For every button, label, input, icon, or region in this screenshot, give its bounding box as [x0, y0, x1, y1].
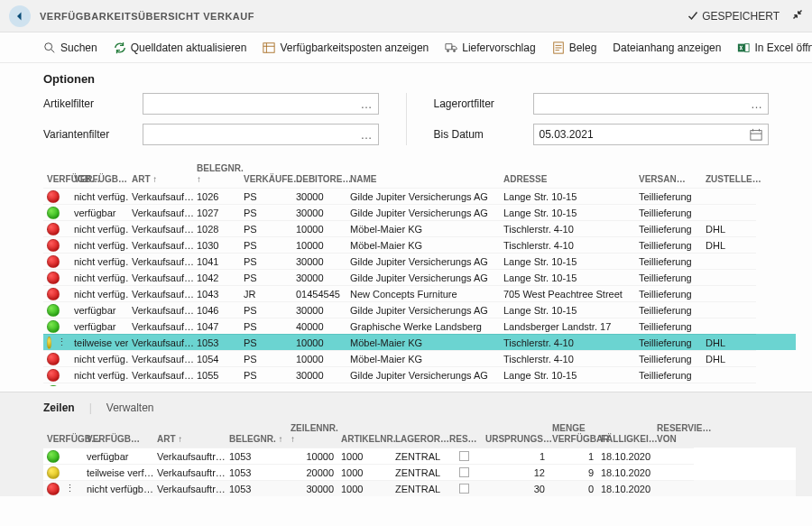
cell-verf: verfügbar	[70, 204, 128, 220]
cell-adr: Landsberger Landstr. 17	[500, 318, 635, 334]
col-versand[interactable]: VERSAN…	[635, 174, 702, 185]
table-row[interactable]: nicht verfüg…Verkaufsauf…1043JR01454545N…	[43, 285, 796, 301]
status-dot-icon	[47, 190, 60, 203]
cell-ver: Teillieferung	[635, 269, 702, 285]
zcell-rv	[653, 464, 694, 480]
cell-beleg: 1026	[193, 188, 240, 204]
artikelfilter-label: Artikelfilter	[43, 97, 134, 110]
refresh-source-action[interactable]: Quelldaten aktualisieren	[114, 42, 247, 54]
zeilen-row[interactable]: teilweise verf…Verkaufsauftr…10532000010…	[43, 464, 796, 480]
zeilen-tab[interactable]: Zeilen	[43, 401, 75, 414]
cell-art: Verkaufsauf…	[128, 220, 193, 236]
cell-adr: Lange Str. 10-15	[500, 269, 635, 285]
cell-deb: 01454545	[292, 285, 346, 301]
main-grid-header: VERFÜGB… VERFÜGB… ART ↑ BELEGNR. ↑ VERKÄ…	[43, 160, 796, 188]
show-avail-entries-action[interactable]: Verfügbarkeitsposten anzeigen	[263, 42, 429, 54]
zcol-reservie[interactable]: RESERVIE… VON	[653, 423, 694, 444]
table-row[interactable]: verfügbarVerkaufsauf…1046PS30000Gilde Ju…	[43, 301, 796, 318]
cell-vk: PS	[240, 366, 292, 383]
artikelfilter-input[interactable]: …	[143, 93, 379, 115]
zcell-rv	[653, 480, 694, 496]
attachment-action[interactable]: Dateianhang anzeigen	[613, 42, 721, 54]
zcol-faellig[interactable]: FÄLLIGKEI…	[597, 434, 653, 445]
table-row[interactable]: nicht verfüg…Verkaufsauf…1026PS30000Gild…	[43, 188, 796, 204]
col-art[interactable]: ART ↑	[128, 174, 193, 185]
cell-name: Möbel-Maier KG	[346, 383, 500, 386]
cell-adr: Lange Str. 10-15	[500, 253, 635, 269]
col-debitor[interactable]: DEBITORE…	[292, 174, 346, 185]
zcol-art[interactable]: ART ↑	[153, 434, 226, 445]
zcol-verf-amp[interactable]: VERFÜGB…	[43, 434, 83, 445]
zcell-fall: 18.10.2020	[597, 448, 653, 464]
table-row[interactable]: nicht verfüg…Verkaufsauf…1030PS10000Möbe…	[43, 236, 796, 253]
table-row[interactable]: ⋮teilweise ver…Verkaufsauf…1053PS10000Mö…	[43, 334, 796, 350]
table-row[interactable]: verfügbarVerkaufsauf…1027PS30000Gilde Ju…	[43, 204, 796, 220]
zcol-mengeverf[interactable]: MENGE VERFÜGBAR	[549, 423, 597, 444]
col-belegnr[interactable]: BELEGNR. ↑	[193, 163, 240, 184]
cell-deb: 30000	[292, 204, 346, 220]
col-verf-txt[interactable]: VERFÜGB…	[70, 174, 128, 185]
zcell-fall: 18.10.2020	[597, 480, 653, 496]
shipment-proposal-action[interactable]: Liefervorschlag	[445, 42, 535, 54]
cell-ver: Teillieferung	[635, 301, 702, 318]
table-row[interactable]: nicht verfüg…Verkaufsauf…1054PS10000Möbe…	[43, 350, 796, 366]
zeilen-row[interactable]: verfügbarVerkaufsauftr…1053100001000ZENT…	[43, 448, 796, 464]
col-adresse[interactable]: ADRESSE	[500, 174, 635, 185]
col-verf-amp[interactable]: VERFÜGB…	[43, 174, 70, 185]
cell-zus	[702, 253, 756, 269]
table-row[interactable]: nicht verfüg…Verkaufsauf…1055PS30000Gild…	[43, 366, 796, 383]
cell-ver: Teillieferung	[635, 366, 702, 383]
main-grid-body[interactable]: nicht verfüg…Verkaufsauf…1026PS30000Gild…	[43, 188, 796, 386]
calendar-icon[interactable]	[750, 128, 762, 141]
show-avail-entries-label: Verfügbarkeitsposten anzeigen	[280, 42, 429, 54]
cell-beleg: 1062	[193, 383, 240, 386]
checkbox[interactable]	[459, 451, 469, 461]
search-action[interactable]: Suchen	[43, 42, 97, 54]
zcol-verf-txt[interactable]: VERFÜGB…	[83, 434, 153, 445]
status-dot-icon	[47, 272, 60, 284]
zeilen-row[interactable]: ⋮nicht verfügb…Verkaufsauftr…10533000010…	[43, 480, 796, 496]
checkbox[interactable]	[459, 467, 469, 477]
cell-art: Verkaufsauf…	[128, 318, 193, 334]
table-row[interactable]: nicht verfüg…Verkaufsauf…1042PS30000Gild…	[43, 269, 796, 285]
cell-name: New Concepts Furniture	[346, 285, 500, 301]
zeilen-grid-body[interactable]: verfügbarVerkaufsauftr…1053100001000ZENT…	[43, 448, 796, 496]
zcol-zeilennr[interactable]: ZEILENNR. ↑	[287, 423, 337, 444]
excel-action[interactable]: In Excel öffnen	[737, 42, 812, 54]
zcell-artnr: 1000	[337, 448, 392, 464]
cell-ver: Teillieferung	[635, 318, 702, 334]
col-name[interactable]: NAME	[346, 174, 500, 185]
table-row[interactable]: nicht verfüg…Verkaufsauf…1041PS30000Gild…	[43, 253, 796, 269]
bisdatum-input[interactable]: 05.03.2021	[533, 124, 770, 145]
svg-point-3	[453, 50, 456, 52]
lookup-icon[interactable]: …	[361, 128, 373, 142]
zcell-urs: 1	[482, 448, 549, 464]
col-zust[interactable]: ZUSTELLE…	[702, 174, 756, 185]
table-row[interactable]: nicht verfüg…Verkaufsauf…1028PS10000Möbe…	[43, 220, 796, 236]
cell-name: Gilde Jupiter Versicherungs AG	[346, 301, 500, 318]
table-row[interactable]: verfügbarVerkaufsauf…1062PS10000Möbel-Ma…	[43, 383, 796, 386]
document-action[interactable]: Beleg	[552, 42, 597, 54]
zcol-artikelnr[interactable]: ARTIKELNR.	[337, 434, 392, 445]
zcol-belegnr[interactable]: BELEGNR. ↑	[226, 434, 287, 445]
back-button[interactable]	[9, 5, 31, 27]
variantenfilter-input[interactable]: …	[143, 124, 379, 145]
search-label: Suchen	[60, 42, 97, 54]
excel-label: In Excel öffnen	[754, 42, 812, 54]
table-row[interactable]: verfügbarVerkaufsauf…1047PS40000Graphisc…	[43, 318, 796, 334]
lookup-icon[interactable]: …	[361, 97, 373, 111]
lookup-icon[interactable]: …	[751, 97, 762, 111]
cell-ver: Teillieferung	[635, 204, 702, 220]
verwalten-tab[interactable]: Verwalten	[106, 401, 154, 414]
lagerortfilter-input[interactable]: …	[533, 93, 770, 115]
collapse-button[interactable]	[792, 9, 803, 23]
zcell-beleg: 1053	[226, 448, 287, 464]
lagerortfilter-label: Lagerortfilter	[434, 97, 524, 110]
zcol-lageror[interactable]: LAGEROR…	[392, 434, 446, 445]
zcol-res[interactable]: RES…	[446, 434, 482, 445]
zcol-ursprung[interactable]: URSPRUNGS…	[482, 434, 549, 445]
cell-verf: verfügbar	[70, 318, 128, 334]
col-verkauf[interactable]: VERKÄUFE…	[240, 174, 292, 185]
checkbox[interactable]	[459, 484, 469, 494]
status-dot-icon	[47, 483, 60, 495]
